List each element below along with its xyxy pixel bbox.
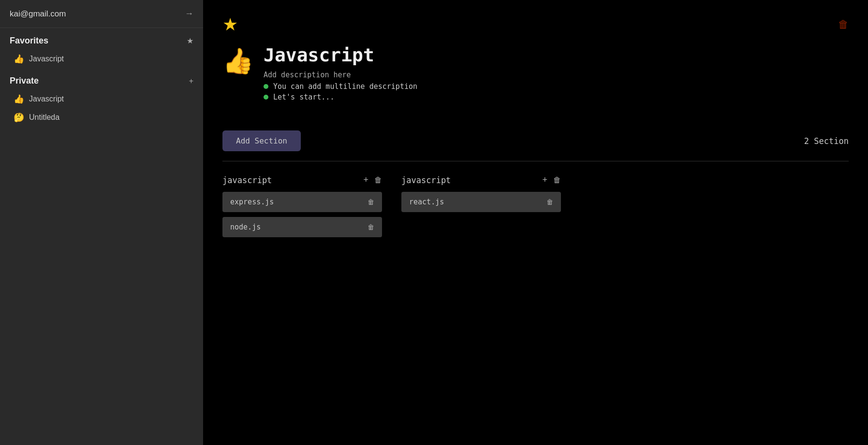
section-col-1-actions: + 🗑 [542, 175, 561, 185]
private-js-label: Javascript [29, 95, 64, 103]
main-content: ★ 🗑 👍 Javascript Add description here Yo… [203, 0, 868, 445]
main-top-bar: ★ 🗑 [222, 14, 849, 35]
private-section-header: Private + [0, 68, 203, 90]
sidebar-item-private-javascript[interactable]: 👍 Javascript [0, 90, 203, 108]
favorites-section-header: Favorites ★ [0, 28, 203, 50]
section-card-0-1[interactable]: node.js 🗑 [222, 217, 382, 237]
private-js-emoji: 👍 [14, 94, 24, 104]
section-col-1: javascript + 🗑 react.js 🗑 [401, 175, 561, 242]
bullet-dot-1 [264, 95, 268, 100]
page-bullets: You can add multiline description Let's … [264, 82, 417, 103]
section-col-1-add-button[interactable]: + [542, 175, 547, 185]
section-count-display: 2 Section [804, 136, 849, 146]
section-col-0: javascript + 🗑 express.js 🗑 node.js 🗑 [222, 175, 382, 242]
section-count-number: 2 [804, 136, 809, 146]
sidebar-item-private-untitleda[interactable]: 🤔 Untitleda [0, 108, 203, 127]
section-col-0-actions: + 🗑 [363, 175, 382, 185]
sidebar-user-email: kai@gmail.com [10, 9, 66, 19]
page-header: 👍 Javascript Add description here You ca… [222, 44, 849, 103]
bullet-text-1: Let's start... [273, 93, 334, 101]
page-title: Javascript [264, 44, 417, 66]
private-add-icon[interactable]: + [189, 77, 193, 86]
logout-icon[interactable]: → [185, 9, 193, 19]
section-col-1-header: javascript + 🗑 [401, 175, 561, 185]
add-section-area: Add Section 2 Section [222, 130, 849, 151]
sidebar-item-favorites-javascript[interactable]: 👍 Javascript [0, 50, 203, 68]
sections-grid: javascript + 🗑 express.js 🗑 node.js 🗑 ja… [222, 175, 849, 242]
page-description[interactable]: Add description here [264, 71, 417, 79]
page-delete-icon[interactable]: 🗑 [838, 18, 849, 31]
private-untitleda-label: Untitleda [29, 113, 59, 122]
section-card-1-0-name: react.js [409, 198, 444, 206]
sidebar: kai@gmail.com → Favorites ★ 👍 Javascript… [0, 0, 203, 445]
section-col-1-title: javascript [401, 175, 534, 185]
private-label: Private [10, 76, 39, 86]
section-card-1-0[interactable]: react.js 🗑 [401, 192, 561, 212]
section-col-0-add-button[interactable]: + [363, 175, 368, 185]
bullet-dot-0 [264, 84, 268, 89]
page-star-icon[interactable]: ★ [222, 14, 238, 35]
private-untitleda-emoji: 🤔 [14, 112, 24, 123]
section-card-0-0[interactable]: express.js 🗑 [222, 192, 382, 212]
sidebar-header: kai@gmail.com → [0, 0, 203, 28]
sections-divider [222, 161, 849, 161]
section-card-0-1-name: node.js [230, 223, 261, 231]
section-count-label: Section [814, 136, 849, 146]
bullet-item-0: You can add multiline description [264, 82, 417, 91]
favorites-label: Favorites [10, 36, 48, 46]
add-section-button[interactable]: Add Section [222, 130, 301, 151]
section-card-0-0-delete-icon[interactable]: 🗑 [368, 198, 374, 206]
favorites-star-icon[interactable]: ★ [187, 36, 193, 45]
section-col-0-title: javascript [222, 175, 355, 185]
section-card-1-0-delete-icon[interactable]: 🗑 [546, 198, 553, 206]
favorites-js-label: Javascript [29, 55, 64, 63]
page-title-block: Javascript Add description here You can … [264, 44, 417, 103]
section-card-0-0-name: express.js [230, 198, 274, 206]
bullet-item-1: Let's start... [264, 93, 417, 101]
section-col-0-delete-button[interactable]: 🗑 [374, 176, 382, 185]
bullet-text-0: You can add multiline description [273, 82, 417, 91]
section-col-1-delete-button[interactable]: 🗑 [553, 176, 561, 185]
favorites-js-emoji: 👍 [14, 54, 24, 64]
section-col-0-header: javascript + 🗑 [222, 175, 382, 185]
page-icon-emoji: 👍 [222, 46, 254, 76]
section-card-0-1-delete-icon[interactable]: 🗑 [368, 223, 374, 231]
